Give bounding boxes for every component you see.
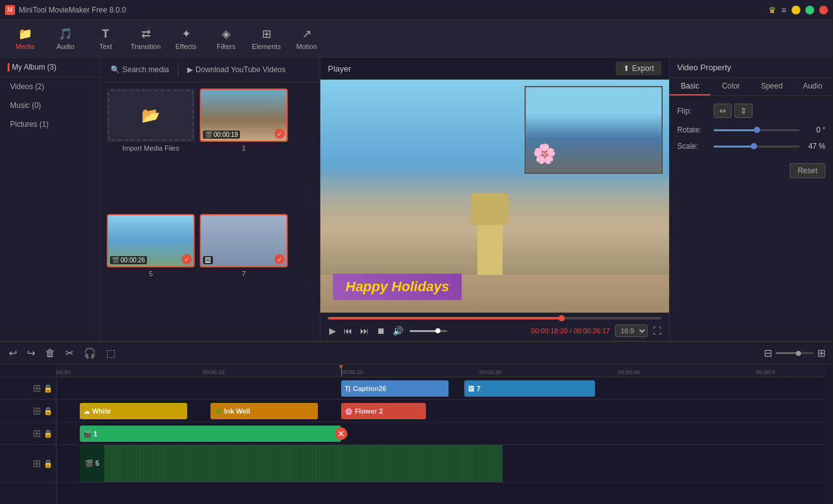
tab-basic[interactable]: Basic <box>670 78 710 95</box>
fullscreen-button[interactable]: ⛶ <box>653 326 662 336</box>
media-label-7: 7 <box>242 270 246 277</box>
tab-color[interactable]: Color <box>710 78 751 95</box>
flip-row: Flip: ⇔ ⇕ <box>677 104 825 118</box>
scale-slider-container: 47 % <box>714 142 825 151</box>
scale-slider[interactable] <box>714 146 800 147</box>
playhead[interactable] <box>341 365 342 377</box>
sidebar-item-videos[interactable]: Videos (2) <box>0 77 100 96</box>
clip-media7[interactable]: 🖼 7 <box>464 380 595 397</box>
maximize-button[interactable]: □ <box>805 6 814 14</box>
zoom-handle[interactable] <box>796 351 801 356</box>
player-area: Player ⬆ Export 🌸 Happy <box>320 58 670 341</box>
import-media-item[interactable]: 📂 Import Media Files <box>107 88 195 209</box>
redo-button[interactable]: ↪ <box>24 346 38 360</box>
progress-bar[interactable] <box>328 317 662 319</box>
scale-handle[interactable] <box>751 143 757 149</box>
toolbar-filters[interactable]: ◈ Filters <box>207 23 245 55</box>
split-audio-button[interactable]: 🎧 <box>81 346 99 360</box>
folder-icon: 📂 <box>141 107 160 124</box>
volume-slider[interactable] <box>410 330 447 332</box>
track-header-overlay: ⊞ 🔒 <box>0 377 57 400</box>
media-thumb-7[interactable]: 🖼 ✓ <box>200 214 288 267</box>
import-thumb[interactable]: 📂 <box>107 88 195 142</box>
media7-label: 7 <box>477 385 481 392</box>
yt-label: Download YouTube Videos <box>195 65 285 74</box>
timeline-ruler: 00:00 00:00:10 00:00:20 00:00:30 00:00:4… <box>57 365 825 377</box>
search-label: Search media <box>122 65 169 74</box>
volume-button[interactable]: 🔊 <box>391 324 405 337</box>
close-button[interactable]: × <box>819 6 828 14</box>
clip-video1[interactable]: 🎬 1 <box>80 426 341 442</box>
lock-video-icon[interactable]: 🔒 <box>43 429 53 438</box>
add-video-icon[interactable]: ⊞ <box>33 427 41 439</box>
toolbar-media[interactable]: 📁 Media <box>6 23 44 55</box>
lock-overlay-icon[interactable]: 🔒 <box>43 384 53 393</box>
sidebar-item-music[interactable]: Music (0) <box>0 96 100 115</box>
clip-caption26[interactable]: T| Caption26 <box>341 380 449 397</box>
media-check-5: ✓ <box>182 254 192 264</box>
minimize-button[interactable]: − <box>792 6 800 14</box>
audio-icon: 🎵 <box>58 27 72 41</box>
add-track-icon[interactable]: ⊞ <box>33 382 41 394</box>
media-item-1[interactable]: 🎬 00:00:19 ✓ 1 <box>200 88 288 209</box>
ruler-mark-20: 00:00:20 <box>341 365 363 377</box>
media-item-5[interactable]: 🎬 00:00:26 ✓ 5 <box>107 214 195 335</box>
inkwell-label: Ink Well <box>224 407 250 415</box>
main-toolbar: 📁 Media 🎵 Audio T Text ⇄ Transition ✦ Ef… <box>0 20 833 58</box>
rotate-slider[interactable] <box>714 129 800 131</box>
ruler-mark-10: 00:00:10 <box>203 365 225 377</box>
filmstrip-clip-5[interactable]: 🎬 5 <box>80 445 503 482</box>
clip-flower2[interactable]: 🌸 Flower 2 <box>341 403 426 419</box>
tab-audio[interactable]: Audio <box>792 78 833 95</box>
undo-button[interactable]: ↩ <box>6 346 19 360</box>
youtube-download-button[interactable]: ▶ Download YouTube Videos <box>182 63 290 77</box>
hamburger-icon[interactable]: ≡ <box>781 5 787 15</box>
media-item-7[interactable]: 🖼 ✓ 7 <box>200 214 288 335</box>
search-media-button[interactable]: 🔍 Search media <box>106 63 174 77</box>
tab-speed[interactable]: Speed <box>751 78 792 95</box>
reset-button[interactable]: Reset <box>790 163 825 178</box>
next-button[interactable]: ⏭ <box>359 324 370 337</box>
cut-mark: ✕ <box>335 427 347 440</box>
toolbar-transition[interactable]: ⇄ Transition <box>127 23 165 55</box>
prev-button[interactable]: ⏮ <box>342 324 354 337</box>
cut-button[interactable]: ✂ <box>63 346 76 360</box>
add-film-icon[interactable]: ⊞ <box>33 458 41 469</box>
lock-sticker-icon[interactable]: 🔒 <box>43 407 53 416</box>
scale-fill <box>714 146 754 147</box>
media-label-5: 5 <box>149 270 153 277</box>
toolbar-text[interactable]: T Text <box>87 23 124 55</box>
timeline-scrollbar[interactable] <box>825 365 833 504</box>
clip-white[interactable]: ☁ White <box>80 403 187 419</box>
zoom-slider[interactable] <box>776 352 814 354</box>
add-sticker-icon[interactable]: ⊞ <box>33 405 41 417</box>
sidebar-item-pictures[interactable]: Pictures (1) <box>0 115 100 134</box>
timeline-content: ⊞ 🔒 ⊞ 🔒 ⊞ 🔒 ⊞ 🔒 <box>0 365 833 504</box>
media-type-7: 🖼 <box>203 256 213 264</box>
youtube-icon: ▶ <box>187 65 193 74</box>
toolbar-effects[interactable]: ✦ Effects <box>167 23 205 55</box>
lock-film-icon[interactable]: 🔒 <box>43 459 53 468</box>
play-button[interactable]: ▶ <box>328 324 337 337</box>
property-content: Flip: ⇔ ⇕ Rotate: 0 ° Scale: <box>670 96 833 186</box>
aspect-ratio-select[interactable]: 16:9 4:3 1:1 <box>615 324 648 337</box>
progress-handle[interactable] <box>558 315 565 321</box>
zoom-in-button[interactable]: ⊞ <box>816 346 827 360</box>
effects-icon: ✦ <box>182 27 191 41</box>
flip-horizontal-button[interactable]: ⇔ <box>714 104 732 118</box>
toolbar-audio[interactable]: 🎵 Audio <box>46 23 84 55</box>
rotate-handle[interactable] <box>754 127 760 133</box>
crop-button[interactable]: ⬚ <box>104 346 118 360</box>
stop-button[interactable]: ⏹ <box>375 324 386 337</box>
export-button[interactable]: ⬆ Export <box>616 62 662 75</box>
player-header: Player ⬆ Export <box>320 58 669 80</box>
flip-vertical-button[interactable]: ⇕ <box>734 104 753 118</box>
volume-handle[interactable] <box>435 328 440 333</box>
media-thumb-5[interactable]: 🎬 00:00:26 ✓ <box>107 214 195 267</box>
delete-button[interactable]: 🗑 <box>43 346 58 360</box>
toolbar-motion[interactable]: ↗ Motion <box>288 23 325 55</box>
zoom-out-button[interactable]: ⊟ <box>763 346 773 360</box>
media-thumb-1[interactable]: 🎬 00:00:19 ✓ <box>200 88 288 142</box>
clip-inkwell[interactable]: 🌿 Ink Well <box>210 403 318 419</box>
toolbar-elements[interactable]: ⊞ Elements <box>248 23 285 55</box>
